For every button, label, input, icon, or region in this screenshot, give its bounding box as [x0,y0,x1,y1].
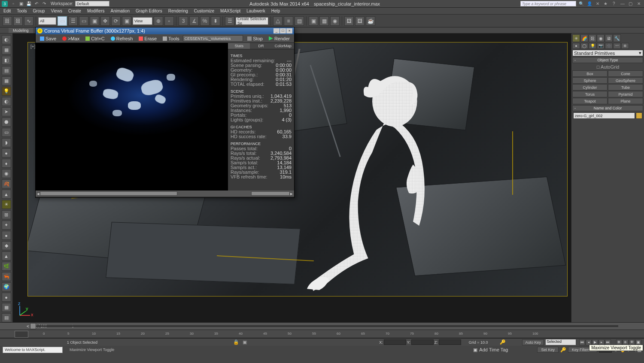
search-icon[interactable]: 🔍 [578,1,584,7]
left-tool-icon[interactable]: ▦ [2,76,11,85]
vfb-scrollbar[interactable]: ◂ ▸ [36,191,294,197]
menu-grapheditors[interactable]: Graph Editors [136,9,162,13]
left-tool-icon[interactable]: ⊞ [2,210,11,219]
vfb-refresh-button[interactable]: Refresh [108,35,136,42]
left-tool-icon[interactable]: 🍂 [2,179,11,188]
light-icon[interactable]: 💡 [2,87,11,96]
schematic-icon[interactable]: ▦ [319,16,329,26]
primitive-cylinder[interactable]: Cylinder [572,84,608,91]
vfb-copy-button[interactable]: Ctrl+C [83,35,107,42]
vfb-close-icon[interactable]: × [286,28,292,33]
left-tool-icon[interactable]: 🌍 [2,282,11,291]
left-tool-icon[interactable]: ♦ [2,159,11,168]
key-icon[interactable]: 🔑 [500,339,506,345]
left-tool-icon[interactable]: ✦ [2,221,11,230]
link-icon[interactable]: ⛓ [3,16,12,26]
left-tool-icon[interactable]: ● [2,148,11,157]
menu-maxscript[interactable]: MAXScript [220,9,240,13]
utilities-tab-icon[interactable]: 🔧 [613,34,621,42]
workspace-dropdown[interactable]: Default [75,1,109,6]
primitive-geosphere[interactable]: GeoSphere [608,77,643,84]
autokey-button[interactable]: Auto Key [522,339,544,345]
menu-views[interactable]: Views [51,9,62,13]
rotate-icon[interactable]: ⟳ [111,16,121,26]
maximize-icon[interactable]: ▢ [628,1,634,7]
redo-icon[interactable]: ↷ [41,1,47,7]
isolate-icon[interactable]: ▣ [243,339,247,345]
vfb-save-button[interactable]: Save [37,35,59,42]
vfb-tomax-button[interactable]: >Max [60,35,82,42]
goto-start-icon[interactable]: ⏮ [579,339,585,345]
primitive-box[interactable]: Box [572,70,608,77]
spinner-snap-icon[interactable]: ⬍ [211,16,220,26]
display-tab-icon[interactable]: 🖥 [605,34,613,42]
vfb-stop-button[interactable]: Stop [245,35,265,42]
named-selection-dropdown[interactable]: Create Selection Se [236,17,268,25]
menu-modifiers[interactable]: Modifiers [87,9,105,13]
exchange-icon[interactable]: ✕ [595,1,601,7]
left-tool-icon[interactable]: ➤ [2,107,11,116]
editnamed-icon[interactable]: ☰ [225,16,234,26]
left-tool-icon[interactable]: ☀ [2,200,11,209]
modify-tab-icon[interactable]: 🌈 [580,34,588,42]
left-tool-icon[interactable]: ◆ [2,241,11,250]
systems-icon[interactable]: ✲ [621,43,629,49]
hierarchy-tab-icon[interactable]: ⛓ [589,34,596,42]
left-tool-icon[interactable]: 🦐 [2,272,11,281]
move-icon[interactable]: ✥ [100,16,110,26]
corona-vfb-window[interactable]: ☺ Corona Virtual Frame Buffer (3000x1277… [35,27,295,198]
shapes-icon[interactable]: ◯ [580,43,588,49]
left-tool-icon[interactable]: ◐ [2,35,11,44]
primitive-pyramid[interactable]: Pyramid [608,91,643,97]
left-tool-icon[interactable]: ▤ [2,313,11,322]
angle-snap-icon[interactable]: ∡ [189,16,199,26]
menu-customize[interactable]: Customize [194,9,214,13]
left-tool-icon[interactable]: ◗ [2,138,11,147]
favorite-icon[interactable]: ★ [603,1,609,7]
left-tool-icon[interactable]: ● [2,293,11,302]
select-object-icon[interactable]: ▭ [58,16,67,26]
keymode-icon[interactable]: 🔑 [560,347,566,353]
spacewarps-icon[interactable]: 〰 [613,43,621,49]
vfb-tab-colormap[interactable]: ColorMap [272,43,294,49]
left-tool-icon[interactable]: ▦ [2,303,11,312]
vfb-maximize-icon[interactable]: □ [280,28,286,33]
menu-help[interactable]: Help [271,9,280,13]
snap-icon[interactable]: 3 [179,16,188,26]
primitive-plane[interactable]: Plane [608,98,643,104]
add-time-tag[interactable]: Add Time Tag [479,347,508,352]
selection-filter-dropdown[interactable]: All [38,17,56,25]
menu-group[interactable]: Group [33,9,45,13]
helpers-icon[interactable]: ➕ [605,43,613,49]
material-editor-icon[interactable]: ◉ [330,16,340,26]
save-icon[interactable]: 💾 [26,1,32,7]
menu-animation[interactable]: Animation [110,9,129,13]
z-input[interactable] [439,339,461,345]
select-name-icon[interactable]: ☰ [68,16,78,26]
primitive-tube[interactable]: Tube [608,84,643,91]
vfb-tab-dr[interactable]: DR [250,43,272,49]
vfb-minimize-icon[interactable]: _ [273,28,279,33]
viewport-label[interactable]: [+] [30,44,35,49]
vfb-erase-button[interactable]: Erase [136,35,159,42]
close-icon[interactable]: ✕ [636,1,642,7]
open-icon[interactable]: ▣ [18,1,24,7]
maxscript-listener[interactable]: Welcome to MAXScript. [3,347,63,353]
menu-create[interactable]: Create [68,9,81,13]
lock-icon[interactable]: 🔒 [233,339,239,345]
menu-rendering[interactable]: Rendering [168,9,188,13]
vfb-render-view[interactable] [36,43,228,191]
track-bar[interactable]: 0510152025303540455055606570758085909510… [0,330,644,338]
vfb-titlebar[interactable]: ☺ Corona Virtual Frame Buffer (3000x1277… [36,27,294,34]
minimize-icon[interactable]: — [620,1,626,7]
pivot-icon[interactable]: ⊕ [154,16,163,26]
left-tool-icon[interactable]: ⬣ [2,118,11,127]
render-setup-icon[interactable]: 🖼 [344,16,354,26]
scale-icon[interactable]: ▣ [122,16,131,26]
undo-icon[interactable]: ↶ [33,1,39,7]
left-tool-icon[interactable]: ◐ [2,97,11,106]
time-slider-handle[interactable] [30,323,36,329]
app-menu-icon[interactable]: 3 [2,1,8,7]
setkey-button[interactable]: Set Key [537,347,559,353]
menu-tools[interactable]: Tools [17,9,27,13]
